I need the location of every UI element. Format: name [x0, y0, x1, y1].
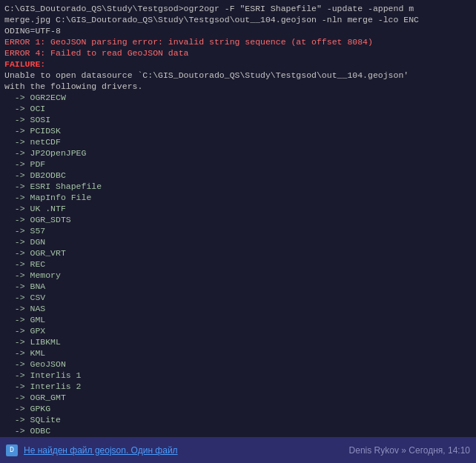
terminal-line: -> PCIDSK [4, 125, 472, 136]
terminal-line: -> ODBC [4, 425, 472, 436]
status-bar: D Не найден файл geojson. Один файл Deni… [0, 437, 476, 463]
terminal-line: -> Memory [4, 270, 472, 281]
terminal-line: -> DGN [4, 236, 472, 247]
terminal-output: C:\GIS_Doutorado_QS\Study\Testgsod>ogr2o… [0, 0, 476, 437]
terminal-line: Unable to open datasource `C:\GIS_Doutor… [4, 70, 472, 81]
terminal-line: ERROR 4: Failed to read GeoJSON data [4, 47, 472, 59]
terminal-line: -> LIBKML [4, 336, 472, 347]
terminal-line: C:\GIS_Doutorado_QS\Study\Testgsod>ogr2o… [4, 3, 472, 14]
status-link[interactable]: Не найден файл geojson. Один файл [24, 445, 178, 456]
terminal-line: -> GPX [4, 325, 472, 336]
terminal-line: -> REC [4, 259, 472, 270]
terminal-line: -> GPKG [4, 403, 472, 414]
terminal-line: -> Interlis 1 [4, 370, 472, 381]
terminal-line: -> GML [4, 314, 472, 325]
terminal-line: -> CSV [4, 292, 472, 303]
terminal-line: -> Interlis 2 [4, 381, 472, 392]
terminal-line: merge.jpg C:\GIS_Doutorado_QS\Study\Test… [4, 14, 472, 25]
terminal-line: FAILURE: [4, 59, 472, 70]
terminal-line: -> PDF [4, 159, 472, 170]
terminal-line: -> NAS [4, 303, 472, 314]
status-icon: D [6, 444, 18, 456]
terminal-line: -> GeoJSON [4, 359, 472, 370]
terminal-line: -> UK .NTF [4, 203, 472, 214]
terminal-line: -> SOSI [4, 114, 472, 125]
terminal-line: -> netCDF [4, 136, 472, 147]
terminal-line: -> OGR_VRT [4, 247, 472, 259]
terminal-line: -> MapInfo File [4, 192, 472, 203]
status-icon-letter: D [10, 446, 14, 454]
terminal-line: -> SQLite [4, 414, 472, 425]
terminal-line: -> ESRI Shapefile [4, 181, 472, 192]
terminal-line: -> OGR_SDTS [4, 214, 472, 225]
terminal-line: ERROR 1: GeoJSON parsing error: invalid … [4, 36, 472, 47]
terminal-line: -> DB2ODBC [4, 170, 472, 181]
terminal-line: -> KML [4, 347, 472, 359]
terminal-line: -> OCI [4, 103, 472, 114]
terminal-line: -> BNA [4, 281, 472, 292]
terminal-line: -> JP2OpenJPEG [4, 147, 472, 159]
terminal-line: -> S57 [4, 225, 472, 236]
terminal-line: ODING=UTF-8 [4, 25, 472, 36]
terminal-line: -> OGR2ECW [4, 92, 472, 103]
terminal-line: with the following drivers. [4, 81, 472, 92]
status-author: Denis Rykov » Сегодня, 14:10 [349, 445, 470, 456]
terminal-line: -> OGR_GMT [4, 392, 472, 403]
